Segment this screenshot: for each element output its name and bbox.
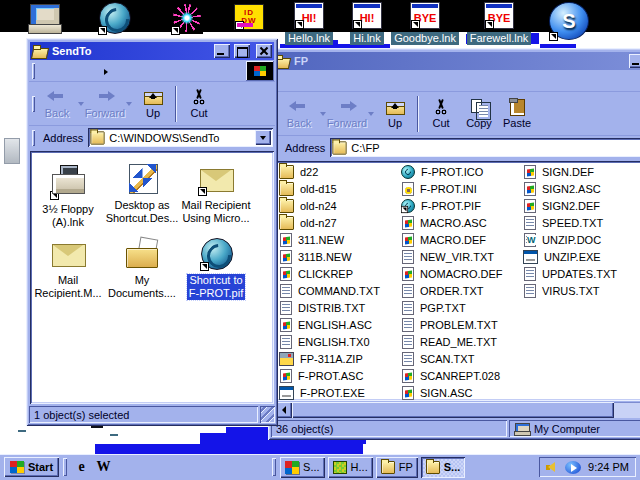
quicklaunch-quick-view[interactable]: [249, 459, 266, 476]
old-n27[interactable]: old-n27: [279, 214, 401, 231]
maximize-button[interactable]: [234, 44, 250, 58]
menu-item[interactable]: [308, 79, 322, 85]
forward-button[interactable]: Forward: [328, 93, 366, 135]
start-button[interactable]: Start: [4, 457, 59, 477]
sendto-item-desktop-shortcut[interactable]: Desktop as Shortcut.Des...: [105, 163, 179, 238]
quicklaunch-outlook-mail[interactable]: [117, 459, 134, 476]
minimize-button[interactable]: [214, 44, 230, 58]
copy-button[interactable]: Copy: [460, 93, 498, 135]
menu-item[interactable]: [52, 69, 66, 75]
F-PROT.ICO[interactable]: F-PROT.ICO: [401, 163, 523, 180]
SIGN2.ASC[interactable]: SIGN2.ASC: [523, 180, 640, 197]
scrollbar-thumb[interactable]: [292, 402, 614, 418]
quicklaunch-find[interactable]: [139, 459, 156, 476]
sendto-item-mail-recipient-using[interactable]: Mail Recipient Using Micro...: [179, 163, 253, 238]
NEW_VIR.TXT[interactable]: NEW_VIR.TXT: [401, 248, 523, 265]
idw-shortcut-icon[interactable]: ID DW: [228, 2, 270, 30]
SCAN.TXT[interactable]: SCAN.TXT: [401, 350, 523, 367]
menu-item[interactable]: [294, 79, 308, 85]
hi-shortcut-icon[interactable]: HI! Hi.lnk: [346, 2, 388, 45]
311B.NEW[interactable]: 311B.NEW: [279, 248, 401, 265]
goodbye-shortcut-icon[interactable]: BYE Goodbye.lnk: [404, 2, 446, 45]
taskbar-task-sendto[interactable]: S...: [421, 457, 466, 478]
minimize-button[interactable]: [629, 54, 640, 68]
cut-button[interactable]: Cut: [422, 93, 460, 135]
address-dropdown-button[interactable]: [255, 130, 271, 145]
old-d15[interactable]: old-d15: [279, 180, 401, 197]
ENGLISH.TX0[interactable]: ENGLISH.TX0: [279, 333, 401, 350]
fp-title-bar[interactable]: FP: [272, 52, 640, 70]
menu-item[interactable]: [322, 79, 336, 85]
FP-311A.ZIP[interactable]: FP-311A.ZIP: [279, 350, 401, 367]
quicklaunch-word[interactable]: W: [95, 459, 112, 476]
F-PROT.INI[interactable]: F-PROT.INI: [401, 180, 523, 197]
UNZIP.EXE[interactable]: UNZIP.EXE: [523, 248, 640, 265]
old-n24[interactable]: old-n24: [279, 197, 401, 214]
sendto-item-floppy[interactable]: 3½ Floppy (A).lnk: [31, 163, 105, 238]
DISTRIB.TXT[interactable]: DISTRIB.TXT: [279, 299, 401, 316]
quicklaunch-show-desktop[interactable]: [161, 459, 178, 476]
scroll-left-button[interactable]: [276, 402, 292, 418]
toolbar-grip[interactable]: [32, 63, 35, 79]
menu-item[interactable]: [94, 62, 115, 80]
ORDER.TXT[interactable]: ORDER.TXT: [401, 282, 523, 299]
311.NEW[interactable]: 311.NEW: [279, 231, 401, 248]
fireworks-shortcut-icon[interactable]: [166, 2, 208, 34]
SIGN.ASC[interactable]: SIGN.ASC: [401, 384, 523, 401]
F-PROT.EXE[interactable]: F-PROT.EXE: [279, 384, 401, 401]
taskbar-task-h-app[interactable]: H...: [328, 457, 373, 478]
UPDATES.TXT[interactable]: UPDATES.TXT: [523, 265, 640, 282]
up-button[interactable]: Up: [134, 83, 172, 125]
quicklaunch-ie-mail[interactable]: [227, 459, 244, 476]
quicklaunch-calculator[interactable]: [205, 459, 222, 476]
menu-item[interactable]: [336, 79, 350, 85]
menu-item[interactable]: [280, 79, 294, 85]
back-button[interactable]: Back: [38, 83, 76, 125]
paste-button[interactable]: Paste: [498, 93, 536, 135]
taskbar-task-fp[interactable]: FP: [376, 457, 418, 478]
UNZIP.DOC[interactable]: UNZIP.DOC: [523, 231, 640, 248]
MACRO.DEF[interactable]: MACRO.DEF: [401, 231, 523, 248]
NOMACRO.DEF[interactable]: NOMACRO.DEF: [401, 265, 523, 282]
F-PROT.PIF[interactable]: F-PROT.PIF: [401, 197, 523, 214]
sendto-item-fprot-pif[interactable]: Shortcut to F-PROT.pif: [179, 238, 253, 313]
sendto-item-mail-recipient[interactable]: Mail Recipient.M...: [31, 238, 105, 313]
MACRO.ASC[interactable]: MACRO.ASC: [401, 214, 523, 231]
scrap-two-file-label[interactable]: [110, 434, 118, 436]
horizontal-scrollbar[interactable]: [276, 402, 640, 418]
menu-item[interactable]: [80, 69, 94, 75]
menu-item[interactable]: [66, 69, 80, 75]
back-button[interactable]: Back: [280, 93, 318, 135]
VIRUS.TXT[interactable]: VIRUS.TXT: [523, 282, 640, 299]
f-prot-shortcut-icon[interactable]: [93, 2, 135, 34]
F-PROT.ASC[interactable]: F-PROT.ASC: [279, 367, 401, 384]
taskbar-grip[interactable]: [272, 458, 276, 476]
sendto-title-bar[interactable]: SendTo: [30, 42, 274, 60]
SIGN.DEF[interactable]: SIGN.DEF: [523, 163, 640, 180]
taskbar-task-s-setup[interactable]: S...: [280, 457, 325, 478]
forward-dropdown[interactable]: [366, 93, 376, 135]
forward-dropdown[interactable]: [124, 83, 134, 125]
toolbar-grip[interactable]: [32, 130, 35, 146]
my-computer-icon[interactable]: [24, 2, 66, 36]
quicklaunch-internet-explorer[interactable]: e: [73, 459, 90, 476]
s-app-shortcut-icon[interactable]: S: [548, 2, 590, 40]
SPEED.TXT[interactable]: SPEED.TXT: [523, 214, 640, 231]
fp-address-input[interactable]: C:\FP: [330, 138, 640, 157]
close-button[interactable]: [256, 44, 272, 58]
sendto-address-input[interactable]: C:\WINDOWS\SendTo: [88, 128, 273, 147]
menu-item[interactable]: [350, 79, 364, 85]
sendto-item-my-documents[interactable]: My Documents....: [105, 238, 179, 313]
taskbar-grip[interactable]: [63, 458, 67, 476]
PGP.TXT[interactable]: PGP.TXT: [401, 299, 523, 316]
hello-shortcut-icon[interactable]: HI! Hello.lnk: [288, 2, 330, 45]
forward-button[interactable]: Forward: [86, 83, 124, 125]
resize-grip[interactable]: [260, 406, 275, 423]
SCANREPT.028[interactable]: SCANREPT.028: [401, 367, 523, 384]
up-button[interactable]: Up: [376, 93, 414, 135]
COMMAND.TXT[interactable]: COMMAND.TXT: [279, 282, 401, 299]
cut-button[interactable]: Cut: [180, 83, 218, 125]
PROBLEM.TXT[interactable]: PROBLEM.TXT: [401, 316, 523, 333]
recycle-bin-icon[interactable]: [4, 138, 20, 164]
toolbar-grip[interactable]: [32, 96, 35, 112]
